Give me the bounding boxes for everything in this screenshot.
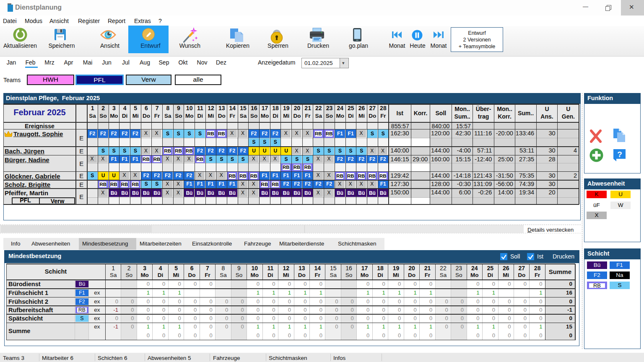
svg-text:?: ? [617,150,622,159]
